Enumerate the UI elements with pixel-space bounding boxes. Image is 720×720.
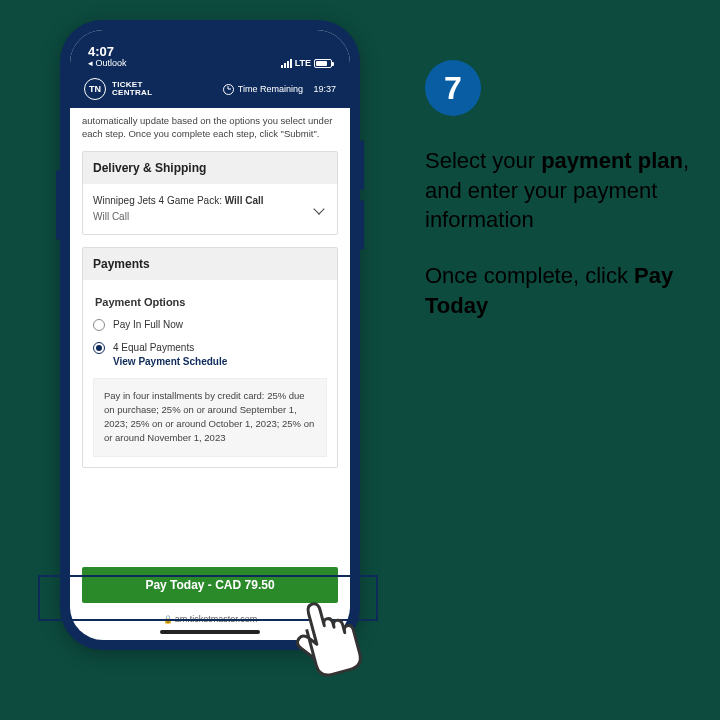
phone-notch <box>145 30 275 52</box>
delivery-sub-value: Will Call <box>93 210 264 224</box>
phone-side-button <box>360 200 364 250</box>
instruction-paragraph-1: Select your payment plan, and enter your… <box>425 146 690 235</box>
equal-payments-option[interactable]: 4 Equal Payments View Payment Schedule <box>93 341 327 368</box>
payments-panel-title: Payments <box>83 248 337 280</box>
step-number-badge: 7 <box>425 60 481 116</box>
phone-frame: 4:07 ◂ Outlook LTE TN TICKET <box>60 20 360 650</box>
home-indicator <box>160 630 260 634</box>
delivery-item-prefix: Winnipeg Jets 4 Game Pack: <box>93 195 225 206</box>
clock-icon <box>223 84 234 95</box>
cursor-hand-icon <box>280 590 370 690</box>
radio-unselected-icon <box>93 319 105 331</box>
delivery-panel: Delivery & Shipping Winnipeg Jets 4 Game… <box>82 151 338 235</box>
pay-in-full-label: Pay In Full Now <box>113 318 183 331</box>
content-area: automatically update based on the option… <box>70 108 350 563</box>
payment-options-title: Payment Options <box>95 296 327 308</box>
app-header: TN TICKET CENTRAL Time Remaining 19:37 <box>70 70 350 108</box>
view-schedule-link[interactable]: View Payment Schedule <box>113 355 227 368</box>
delivery-item-value: Will Call <box>225 195 264 206</box>
chevron-down-icon <box>313 203 324 214</box>
brand-line2: CENTRAL <box>112 89 152 97</box>
delivery-panel-title: Delivery & Shipping <box>83 152 337 184</box>
phone-side-button <box>56 170 60 240</box>
battery-icon <box>314 59 332 68</box>
pay-in-full-option[interactable]: Pay In Full Now <box>93 318 327 331</box>
instruction-paragraph-2: Once complete, click Pay Today <box>425 261 690 320</box>
network-label: LTE <box>295 58 311 68</box>
time-remaining-label: Time Remaining <box>238 84 303 94</box>
payment-schedule-info: Pay in four installments by credit card:… <box>93 378 327 457</box>
phone-side-button <box>360 140 364 190</box>
delivery-item-row[interactable]: Winnipeg Jets 4 Game Pack: Will Call Wil… <box>93 194 327 224</box>
time-remaining-value: 19:37 <box>313 84 336 94</box>
intro-text: automatically update based on the option… <box>82 114 338 141</box>
radio-selected-icon <box>93 342 105 354</box>
brand-badge: TN <box>84 78 106 100</box>
signal-icon <box>281 59 292 68</box>
brand-logo: TN TICKET CENTRAL <box>84 78 152 100</box>
time-remaining: Time Remaining 19:37 <box>223 84 336 95</box>
status-time: 4:07 <box>88 45 127 58</box>
back-to-app-link[interactable]: ◂ Outlook <box>88 59 127 68</box>
equal-payments-label: 4 Equal Payments <box>113 342 194 353</box>
payments-panel: Payments Payment Options Pay In Full Now <box>82 247 338 468</box>
